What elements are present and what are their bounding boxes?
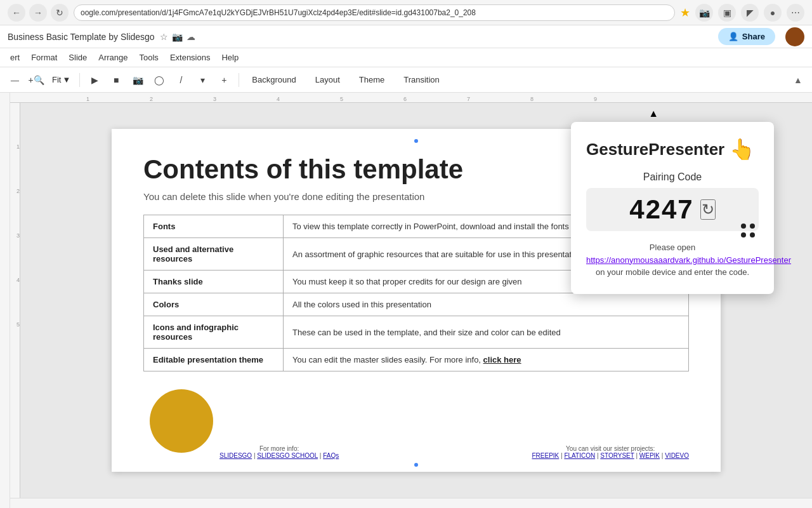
move-tool-button[interactable]: ■ [107, 70, 126, 90]
ruler-v-mark-3: 3 [16, 232, 20, 239]
menu-item-tools[interactable]: Tools [134, 50, 164, 65]
flaticon-link[interactable]: FLATICON [564, 452, 595, 459]
gesture-presenter-emoji: 👆 [730, 137, 755, 161]
faqs-link[interactable]: FAQs [323, 452, 339, 459]
menu-item-slide[interactable]: Slide [63, 50, 92, 65]
drag-dot-1 [741, 224, 746, 229]
collapse-right-panel-button[interactable]: ▲ [648, 108, 658, 119]
ruler-horizontal: 1 2 3 4 5 6 7 8 9 [10, 93, 812, 103]
background-button[interactable]: Background [244, 72, 303, 87]
wepik-link[interactable]: WEPIK [639, 452, 660, 459]
ruler-v-mark-1: 1 [16, 144, 20, 150]
shape-tool-button[interactable]: ◯ [150, 70, 169, 90]
collapse-panel-button[interactable]: ▲ [789, 71, 807, 89]
share-button[interactable]: 👤 Share [718, 28, 775, 45]
select-tool-button[interactable]: ▶ [85, 70, 104, 90]
url-bar[interactable]: oogle.com/presentation/d/1j4FGmcA7e1qU2k… [74, 4, 675, 21]
canvas-area[interactable]: Contents of this template You can delete… [20, 103, 812, 498]
pairing-code-box: 4247 ↻ [586, 188, 759, 231]
cursor-tool-button[interactable]: ⸻ [5, 70, 24, 90]
reload-button[interactable]: ↻ [51, 4, 69, 22]
line-tool-button[interactable]: / [171, 70, 190, 90]
browser-bar: ← → ↻ oogle.com/presentation/d/1j4FGmcA7… [0, 0, 812, 25]
bottom-scrollbar[interactable] [10, 498, 812, 508]
drag-handle[interactable] [741, 224, 755, 237]
table-cell-key: Icons and infographic resources [144, 316, 284, 349]
table-cell-key: Fonts [144, 215, 284, 238]
drag-dot-4 [750, 232, 755, 237]
add-button[interactable]: + [214, 70, 233, 90]
menu-item-arrange[interactable]: Arrange [93, 50, 133, 65]
table-cell-value: These can be used in the template, and t… [284, 316, 689, 349]
url-text: oogle.com/presentation/d/1j4FGmcA7e1qU2k… [81, 8, 476, 17]
freepik-link[interactable]: FREEPIK [532, 452, 559, 459]
ruler-mark-3: 3 [213, 96, 216, 102]
table-cell-value: All the colors used in this presentation [284, 293, 689, 316]
split-view-button[interactable]: ◤ [741, 4, 759, 22]
videvo-link[interactable]: VIDEVO [665, 452, 689, 459]
slide-sidebar [0, 93, 10, 508]
title-icons: ☆ 📷 ☁ [160, 32, 195, 42]
footer-left-links: SLIDESGO | SLIDESGO SCHOOL | FAQs [219, 452, 339, 459]
image-tool-button[interactable]: 📷 [128, 70, 147, 90]
yellow-circle-decoration [150, 389, 213, 453]
toolbar-divider-1 [79, 73, 80, 87]
menu-bar: ert Format Slide Arrange Tools Extension… [0, 48, 812, 67]
ruler-v-mark-5: 5 [16, 321, 20, 328]
screenshot-button[interactable]: 📷 [695, 4, 713, 22]
footer-right-links: FREEPIK | FLATICON | STORYSET | WEPIK | … [532, 452, 689, 459]
zoom-select[interactable]: Fit ▼ [48, 74, 74, 86]
app-topbar: Business Basic Template by Slidesgo ☆ 📷 … [0, 25, 812, 48]
toolbar-end-buttons: ▲ [789, 71, 807, 89]
table-cell-key: Editable presentation theme [144, 349, 284, 371]
table-cell-value: You can edit the master slides easily. F… [284, 349, 689, 371]
selection-handle-bottom[interactable] [413, 462, 419, 468]
share-label: Share [742, 32, 765, 41]
zoom-value: Fit [52, 75, 61, 84]
table-row: Editable presentation theme You can edit… [144, 349, 689, 371]
forward-button[interactable]: → [29, 4, 47, 22]
storyset-link[interactable]: STORYSET [600, 452, 634, 459]
ruler-mark-6: 6 [403, 96, 407, 102]
gesture-instructions: Please open https://anonymousaaardvark.g… [586, 241, 759, 279]
menu-item-extensions[interactable]: Extensions [165, 50, 216, 65]
zoom-in-button[interactable]: +🔍 [27, 70, 46, 90]
layout-button[interactable]: Layout [308, 72, 348, 87]
cloud-icon[interactable]: ☁ [187, 32, 195, 42]
gesture-presenter-title: GesturePresenter [586, 140, 724, 159]
canvas-wrapper: 1 2 3 4 5 6 7 8 9 1 2 3 4 5 [10, 93, 812, 508]
camera-icon[interactable]: 📷 [172, 32, 183, 42]
pairing-code-label: Pairing Code [586, 171, 759, 183]
drag-dot-3 [741, 232, 746, 237]
theme-button[interactable]: Theme [351, 72, 392, 87]
pairing-code-number: 4247 [629, 194, 693, 225]
gesture-presenter-link[interactable]: https://anonymousaaardvark.github.io/Ges… [586, 255, 791, 265]
table-row: Icons and infographic resources These ca… [144, 316, 689, 349]
ruler-mark-7: 7 [467, 96, 470, 102]
main-area: 1 2 3 4 5 6 7 8 9 1 2 3 4 5 [0, 93, 812, 508]
menu-item-format[interactable]: Format [26, 50, 62, 65]
more-shapes-button[interactable]: ▾ [193, 70, 212, 90]
toolbar-slide-buttons: Background Layout Theme Transition [244, 72, 447, 87]
ruler-mark-5: 5 [340, 96, 343, 102]
gesture-presenter-header: GesturePresenter 👆 [586, 137, 759, 161]
refresh-code-button[interactable]: ↻ [700, 199, 716, 220]
selection-handle-top[interactable] [413, 138, 419, 144]
drag-dot-2 [750, 224, 755, 229]
bookmark-star-button[interactable]: ★ [680, 6, 690, 20]
menu-item-insert[interactable]: ert [5, 50, 25, 65]
extension-button[interactable]: ▣ [718, 4, 736, 22]
gesture-presenter-popup: GesturePresenter 👆 Pairing Code 4247 ↻ P… [571, 122, 774, 294]
click-here-link[interactable]: click here [483, 355, 521, 364]
user-avatar[interactable] [785, 27, 804, 46]
slidesgo-school-link[interactable]: SLIDESGO SCHOOL [257, 452, 318, 459]
back-button[interactable]: ← [8, 4, 25, 22]
canvas-and-ruler: 1 2 3 4 5 Contents of this template You … [10, 103, 812, 498]
transition-button[interactable]: Transition [396, 72, 447, 87]
menu-item-help[interactable]: Help [216, 50, 244, 65]
more-options-button[interactable]: ⋯ [787, 4, 804, 22]
profile-button[interactable]: ● [764, 4, 782, 22]
ruler-mark-2: 2 [150, 96, 153, 102]
star-icon[interactable]: ☆ [160, 32, 168, 42]
slidesgo-link[interactable]: SLIDESGO [219, 452, 252, 459]
